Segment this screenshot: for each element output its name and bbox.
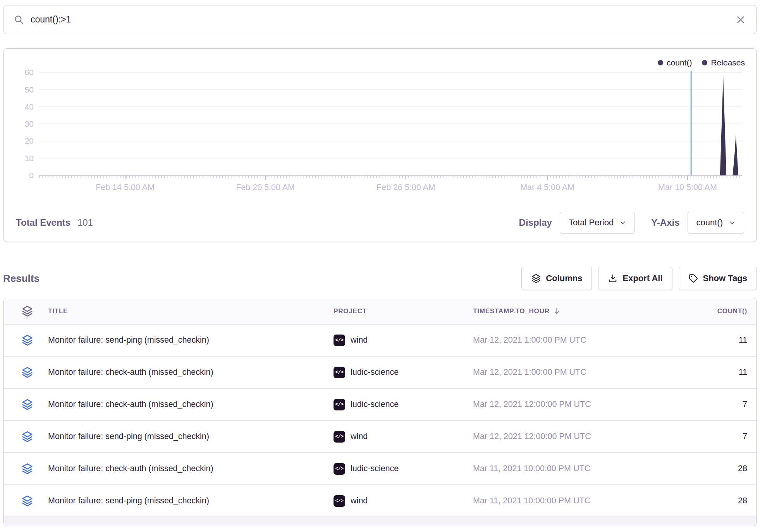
table-row: Monitor failure: send-ping (missed_check… — [3, 485, 757, 517]
legend-dot-icon — [658, 60, 663, 65]
close-icon[interactable] — [735, 14, 746, 26]
chevron-down-icon — [620, 220, 626, 226]
event-title: Monitor failure: check-auth (missed_chec… — [48, 464, 213, 473]
event-count: 28 — [738, 464, 747, 473]
export-all-button-label: Export All — [622, 273, 662, 283]
sort-descending-icon — [553, 307, 561, 315]
tag-icon — [688, 273, 698, 283]
project-name: ludic-science — [351, 400, 399, 409]
project-name: wind — [351, 432, 368, 441]
project-platform-icon: </> — [334, 335, 345, 346]
total-events: Total Events 101 — [16, 217, 93, 228]
event-title: Monitor failure: check-auth (missed_chec… — [48, 400, 213, 409]
event-timestamp: Mar 11, 2021 10:00:00 PM UTC — [473, 464, 590, 473]
event-title: Monitor failure: send-ping (missed_check… — [48, 335, 209, 345]
table-row: Monitor failure: send-ping (missed_check… — [3, 421, 757, 453]
legend-dot-icon — [702, 60, 707, 65]
download-icon — [608, 273, 618, 283]
results-header: Results Columns Export All Show Tags — [3, 267, 757, 290]
project-platform-icon: </> — [334, 399, 345, 410]
event-timestamp: Mar 12, 2021 1:00:00 PM UTC — [473, 367, 586, 377]
search-icon — [14, 14, 24, 25]
event-title: Monitor failure: check-auth (missed_chec… — [48, 367, 213, 377]
total-events-label: Total Events — [16, 217, 70, 228]
stack-events-icon[interactable] — [21, 463, 33, 475]
column-header-title[interactable]: TITLE — [48, 307, 68, 315]
event-count: 11 — [739, 335, 747, 345]
legend-item-releases[interactable]: Releases — [702, 58, 745, 67]
project-name: ludic-science — [351, 464, 399, 474]
count-series-area — [39, 76, 738, 175]
event-timestamp: Mar 12, 2021 12:00:00 PM UTC — [473, 400, 591, 409]
y-axis-dropdown[interactable]: count() — [688, 212, 744, 233]
table-row: Monitor failure: check-auth (missed_chec… — [3, 357, 757, 389]
chart-footer: Total Events 101 Display Total Period Y-… — [3, 208, 757, 242]
legend-label: count() — [667, 58, 692, 67]
search-bar — [3, 5, 757, 34]
event-title: Monitor failure: send-ping (missed_check… — [48, 432, 209, 441]
stack-events-icon[interactable] — [21, 398, 33, 410]
chart-legend: count() Releases — [658, 58, 745, 67]
y-axis-dropdown-value: count() — [696, 218, 723, 228]
stack-events-icon[interactable] — [21, 334, 33, 346]
results-title: Results — [3, 273, 40, 285]
chart-controls: Display Total Period Y-Axis count() — [519, 212, 744, 233]
stack-events-icon[interactable] — [21, 431, 33, 443]
event-count: 11 — [739, 367, 747, 377]
export-all-button[interactable]: Export All — [598, 267, 672, 290]
results-buttons: Columns Export All Show Tags — [521, 267, 757, 290]
show-tags-button-label: Show Tags — [703, 273, 748, 283]
layers-icon — [21, 305, 33, 317]
column-header-project[interactable]: PROJECT — [334, 307, 367, 315]
project-name: wind — [351, 335, 368, 345]
display-label: Display — [519, 217, 552, 228]
project-platform-icon: </> — [334, 463, 345, 475]
table-footer-strip — [3, 517, 757, 526]
event-timestamp: Mar 12, 2021 12:00:00 PM UTC — [473, 432, 591, 441]
project-name: ludic-science — [351, 367, 399, 377]
table-row: Monitor failure: send-ping (missed_check… — [3, 324, 757, 357]
show-tags-button[interactable]: Show Tags — [679, 267, 757, 290]
events-chart-panel: 0102030405060Feb 14 5:00 AMFeb 20 5:00 A… — [3, 48, 757, 242]
table-row: Monitor failure: check-auth (missed_chec… — [3, 389, 757, 421]
project-platform-icon: </> — [334, 367, 345, 378]
legend-item-count[interactable]: count() — [658, 58, 692, 67]
results-table: TITLE PROJECT TIMESTAMP.TO_HOUR COUNT() … — [3, 298, 757, 526]
column-header-count[interactable]: COUNT() — [717, 307, 747, 315]
display-dropdown-value: Total Period — [569, 218, 614, 228]
project-platform-icon: </> — [334, 431, 345, 443]
columns-button[interactable]: Columns — [521, 267, 592, 290]
column-header-timestamp-label: TIMESTAMP.TO_HOUR — [473, 307, 550, 315]
layers-icon — [531, 273, 541, 283]
table-row: Monitor failure: check-auth (missed_chec… — [3, 453, 757, 485]
y-axis-label: Y-Axis — [651, 217, 679, 228]
stack-events-icon[interactable] — [21, 495, 33, 507]
chevron-down-icon — [729, 220, 735, 226]
event-timestamp: Mar 12, 2021 1:00:00 PM UTC — [473, 335, 586, 345]
project-name: wind — [351, 496, 368, 506]
table-header-row: TITLE PROJECT TIMESTAMP.TO_HOUR COUNT() — [3, 298, 757, 324]
legend-label: Releases — [711, 58, 745, 67]
column-header-timestamp[interactable]: TIMESTAMP.TO_HOUR — [473, 307, 561, 315]
stack-events-icon[interactable] — [21, 366, 33, 378]
event-count: 7 — [743, 432, 747, 441]
columns-button-label: Columns — [546, 273, 582, 283]
project-platform-icon: </> — [334, 495, 345, 507]
event-title: Monitor failure: send-ping (missed_check… — [48, 496, 209, 505]
event-timestamp: Mar 11, 2021 10:00:00 PM UTC — [473, 496, 590, 505]
display-dropdown[interactable]: Total Period — [560, 212, 635, 233]
search-input[interactable] — [31, 14, 735, 25]
total-events-value: 101 — [77, 217, 93, 228]
event-count: 28 — [738, 496, 747, 505]
event-count: 7 — [743, 400, 747, 409]
